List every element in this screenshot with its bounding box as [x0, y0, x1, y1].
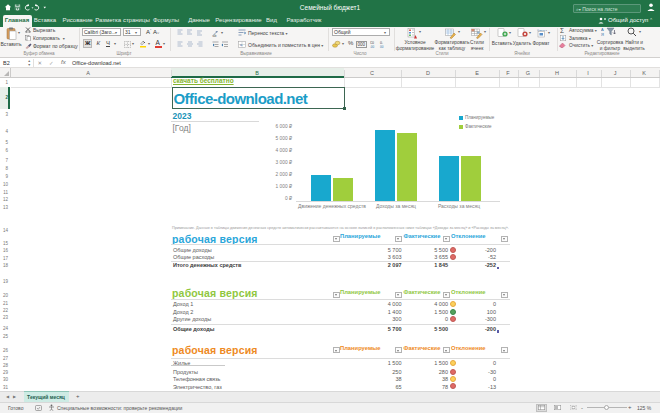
svg-text:Я: Я [601, 32, 604, 37]
svg-text:ФОРМАТ: ФОРМАТ [537, 28, 547, 31]
svg-text:ab: ab [213, 34, 217, 37]
svg-text:00: 00 [380, 45, 384, 49]
svg-text:.00: .00 [370, 45, 375, 49]
